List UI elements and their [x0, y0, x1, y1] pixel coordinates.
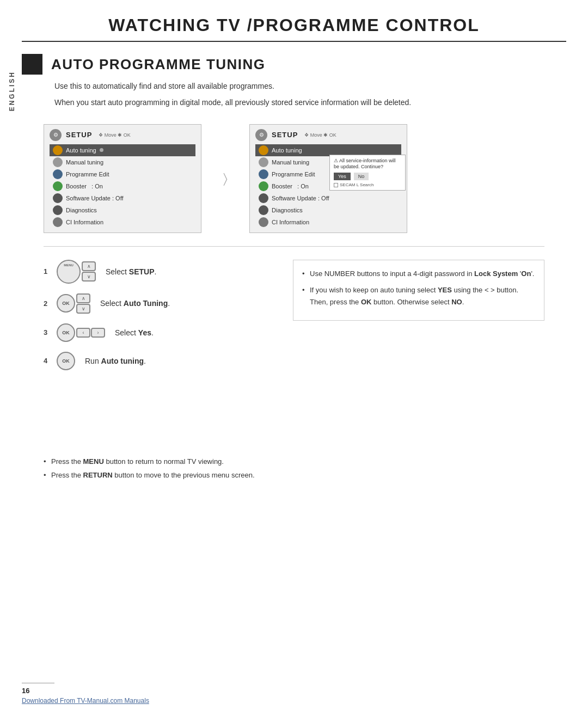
section-bar: [22, 54, 42, 75]
menu-item-software-right: Software Update : Off: [255, 192, 401, 204]
ok-button-3: OK: [57, 323, 75, 342]
icon-manual-right: [259, 157, 268, 167]
icon-software-right: [259, 193, 268, 203]
menu-item-ci-left: CI Information: [50, 216, 195, 228]
step-2-number: 2: [44, 299, 51, 308]
setup-hint-right: ❖ Move ✱ OK: [304, 132, 336, 138]
dot-left: [100, 148, 103, 152]
menu-item-programme-edit-left: Programme Edit: [50, 168, 195, 180]
setup-icon-right: ⚙: [255, 129, 267, 141]
page-header: WATCHING TV /PROGRAMME CONTROL: [22, 0, 566, 42]
sidebar-label: ENGLISH: [8, 71, 16, 111]
dialog-buttons: Yes No: [334, 173, 401, 180]
section-header: AUTO PROGRAMME TUNING: [22, 54, 566, 75]
icon-programme-right: [259, 169, 268, 179]
menu-label: MENU: [64, 264, 74, 267]
down-button-1: ∨: [82, 272, 96, 281]
icon-manual-left: [53, 157, 63, 167]
step-2-text: Select Auto Tuning.: [100, 299, 170, 308]
step-4-buttons: OK: [57, 352, 75, 370]
tv-screen-left: ⚙ SETUP ❖ Move ✱ OK Auto tuning Manual t…: [44, 124, 201, 233]
icon-ci-left: [53, 217, 63, 227]
step-3-number: 3: [44, 328, 51, 336]
step-3-buttons: OK ‹ ›: [57, 323, 105, 342]
step-4-row: 4 OK Run Auto tuning.: [44, 352, 277, 370]
footer-note-1: Press the MENU button to return to norma…: [44, 457, 544, 466]
setup-title-right: SETUP: [272, 131, 298, 139]
dialog-no-button[interactable]: No: [354, 173, 369, 180]
step-1-row: 1 MENU ∧ ∨ Select SETUP.: [44, 260, 277, 284]
lr-buttons-3: ‹ ›: [76, 328, 105, 338]
dialog-message: ⚠ All service-information will be update…: [334, 158, 401, 170]
step-2-row: 2 OK ∧ ∨ Select Auto Tuning.: [44, 293, 277, 314]
tv-screen-right: ⚙ SETUP ❖ Move ✱ OK Auto tuning Manual t…: [249, 124, 407, 233]
arrow-between: 〉: [223, 171, 228, 186]
secam-checkbox: [334, 183, 338, 187]
info-item-2: If you wish to keep on auto tuning selec…: [302, 284, 535, 308]
page-footer: 16 Downloaded From TV-Manual.com Manuals: [22, 683, 566, 705]
icon-software-left: [53, 193, 63, 203]
steps-left: 1 MENU ∧ ∨ Select SETUP. 2 OK ∧ ∨: [44, 260, 277, 370]
up-down-buttons-1: ∧ ∨: [82, 261, 96, 281]
menu-item-ci-right: CI Information: [255, 216, 401, 228]
step-1-text: Select SETUP.: [106, 267, 156, 276]
step-2-buttons: OK ∧ ∨: [57, 293, 90, 314]
menu-item-manual-tuning-left: Manual tuning: [50, 156, 195, 168]
icon-active-right: [259, 145, 268, 155]
info-box: Use NUMBER buttons to input a 4-digit pa…: [293, 260, 544, 321]
icon-booster-left: [53, 181, 63, 191]
menu-button: MENU: [57, 260, 81, 284]
info-item-1: Use NUMBER buttons to input a 4-digit pa…: [302, 268, 535, 280]
left-button-3: ‹: [76, 328, 90, 338]
icon-diag-left: [53, 205, 63, 215]
menu-list-left: Auto tuning Manual tuning Programme Edit…: [50, 144, 195, 228]
secam-label: SECAM L Search: [334, 182, 401, 187]
step-3-text: Select Yes.: [115, 328, 154, 337]
menu-item-booster-left: Booster : On: [50, 180, 195, 192]
dialog-box: ⚠ All service-information will be update…: [329, 155, 406, 191]
divider-line: [44, 246, 544, 247]
setup-hint-left: ❖ Move ✱ OK: [99, 132, 131, 138]
setup-title-left: SETUP: [66, 131, 92, 139]
icon-ci-right: [259, 217, 268, 227]
diagrams-area: ⚙ SETUP ❖ Move ✱ OK Auto tuning Manual t…: [44, 124, 544, 233]
up-button-1: ∧: [82, 261, 96, 271]
step-4-text: Run Auto tuning.: [85, 357, 146, 365]
page-number: 16: [22, 687, 29, 695]
page-title: WATCHING TV /PROGRAMME CONTROL: [22, 15, 566, 35]
icon-active-left: [53, 145, 63, 155]
down-button-2: ∨: [76, 304, 90, 314]
up-down-buttons-2: ∧ ∨: [76, 293, 90, 314]
icon-programme-left: [53, 169, 63, 179]
step-4-number: 4: [44, 357, 51, 365]
step-1-number: 1: [44, 267, 51, 276]
menu-item-software-left: Software Update : Off: [50, 192, 195, 204]
page-line: [22, 683, 54, 683]
right-button-3: ›: [91, 328, 105, 338]
menu-item-diagnostics-right: Diagnostics: [255, 204, 401, 216]
download-link[interactable]: Downloaded From TV-Manual.com Manuals: [22, 697, 149, 705]
up-button-2: ∧: [76, 293, 90, 303]
ok-button-4: OK: [57, 352, 75, 370]
footer-note-2: Press the RETURN button to move to the p…: [44, 471, 544, 479]
body-text-2: When you start auto programming in digit…: [54, 96, 534, 108]
dialog-yes-button[interactable]: Yes: [334, 173, 351, 180]
body-text-1: Use this to automatically find and store…: [54, 80, 534, 92]
setup-icon-left: ⚙: [50, 129, 62, 141]
section-title: AUTO PROGRAMME TUNING: [51, 56, 266, 73]
info-list: Use NUMBER buttons to input a 4-digit pa…: [302, 268, 535, 308]
step-3-row: 3 OK ‹ › Select Yes.: [44, 323, 277, 342]
ok-button-2: OK: [57, 294, 75, 313]
menu-item-auto-tuning-left: Auto tuning: [50, 144, 195, 156]
icon-diag-right: [259, 205, 268, 215]
step-1-buttons: MENU ∧ ∨: [57, 260, 96, 284]
steps-area: 1 MENU ∧ ∨ Select SETUP. 2 OK ∧ ∨: [44, 260, 544, 370]
menu-item-diagnostics-left: Diagnostics: [50, 204, 195, 216]
icon-booster-right: [259, 181, 268, 191]
footer-notes: Press the MENU button to return to norma…: [44, 457, 544, 479]
